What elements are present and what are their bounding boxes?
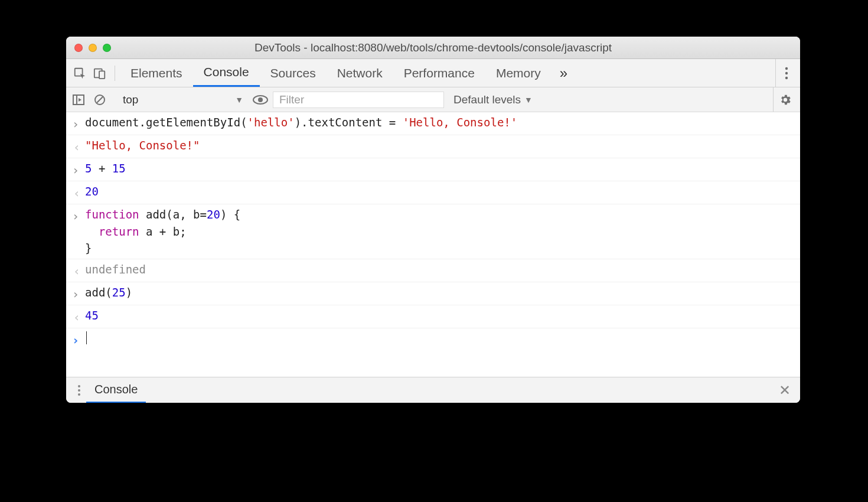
- log-levels-selector[interactable]: Default levels ▼: [448, 93, 539, 106]
- console-input[interactable]: [85, 330, 87, 349]
- devtools-window: DevTools - localhost:8080/web/tools/chro…: [66, 37, 800, 403]
- drawer: Console ✕: [66, 377, 800, 403]
- traffic-lights: [74, 44, 111, 52]
- output-marker-icon: [72, 307, 85, 326]
- close-window-button[interactable]: [74, 44, 83, 52]
- svg-point-3: [785, 67, 787, 69]
- show-console-sidebar-icon[interactable]: [70, 91, 87, 109]
- svg-point-12: [258, 97, 263, 102]
- console-line-content: undefined: [85, 261, 146, 280]
- filter-input[interactable]: Filter: [273, 92, 444, 108]
- devtools-menu-button[interactable]: [775, 59, 797, 87]
- svg-marker-8: [79, 98, 81, 102]
- input-marker-icon: [72, 160, 85, 179]
- live-expression-icon[interactable]: [252, 91, 269, 109]
- window-title: DevTools - localhost:8080/web/tools/chro…: [66, 41, 800, 54]
- console-toolbar: top ▼ Filter Default levels ▼: [66, 87, 800, 112]
- svg-line-10: [97, 97, 103, 103]
- text-cursor: [86, 331, 87, 344]
- console-output-row: 45: [66, 305, 800, 328]
- tab-performance[interactable]: Performance: [393, 59, 485, 87]
- console-line-content: function add(a, b=20) { return a + b; }: [85, 206, 240, 257]
- inspect-element-icon[interactable]: [70, 63, 90, 83]
- minimize-window-button[interactable]: [89, 44, 97, 52]
- console-line-content: add(25): [85, 284, 132, 303]
- drawer-tab-console[interactable]: Console: [86, 378, 146, 403]
- tab-label: Performance: [404, 66, 475, 80]
- tab-label: Sources: [270, 66, 316, 80]
- drawer-menu-button[interactable]: [72, 384, 86, 396]
- console-output-row: 20: [66, 181, 800, 204]
- console-settings-button[interactable]: [773, 87, 797, 112]
- tab-label: Network: [337, 66, 383, 80]
- console-input-row: add(25): [66, 282, 800, 305]
- tab-memory[interactable]: Memory: [485, 59, 552, 87]
- prompt-marker-icon: [72, 330, 85, 349]
- svg-point-14: [78, 389, 80, 392]
- tab-label: Console: [204, 65, 249, 79]
- close-icon: ✕: [779, 382, 791, 398]
- device-toolbar-icon[interactable]: [90, 63, 110, 83]
- output-marker-icon: [72, 261, 85, 280]
- console-input-row: document.getElementById('hello').textCon…: [66, 112, 800, 135]
- devtools-tabs: ElementsConsoleSourcesNetworkPerformance…: [66, 59, 800, 87]
- clear-console-icon[interactable]: [91, 91, 109, 109]
- log-levels-label: Default levels: [453, 93, 521, 106]
- chevron-double-right-icon: »: [560, 65, 567, 82]
- close-drawer-button[interactable]: ✕: [775, 382, 794, 399]
- output-marker-icon: [72, 183, 85, 202]
- svg-point-5: [785, 76, 787, 79]
- console-output[interactable]: document.getElementById('hello').textCon…: [66, 112, 800, 377]
- console-line-content: document.getElementById('hello').textCon…: [85, 114, 517, 133]
- input-marker-icon: [72, 206, 85, 257]
- console-line-content: "Hello, Console!": [85, 137, 200, 156]
- drawer-tab-label: Console: [94, 383, 138, 396]
- execution-context-selector[interactable]: top ▼: [118, 92, 248, 108]
- svg-rect-2: [99, 71, 105, 79]
- console-input-row: function add(a, b=20) { return a + b; }: [66, 204, 800, 259]
- console-input-row: 5 + 15: [66, 158, 800, 181]
- tab-elements[interactable]: Elements: [120, 59, 193, 87]
- console-line-content: 20: [85, 183, 99, 202]
- svg-point-15: [78, 393, 80, 396]
- svg-point-13: [78, 385, 80, 387]
- console-line-content: 45: [85, 307, 99, 326]
- zoom-window-button[interactable]: [103, 44, 111, 52]
- input-marker-icon: [72, 284, 85, 303]
- titlebar: DevTools - localhost:8080/web/tools/chro…: [66, 37, 800, 59]
- output-marker-icon: [72, 137, 85, 156]
- divider: [115, 66, 115, 81]
- tab-label: Elements: [130, 66, 182, 80]
- svg-point-4: [785, 71, 787, 74]
- chevron-down-icon: ▼: [235, 95, 243, 105]
- more-tabs-button[interactable]: »: [552, 65, 576, 82]
- console-output-row: "Hello, Console!": [66, 135, 800, 158]
- console-line-content: 5 + 15: [85, 160, 126, 179]
- console-prompt[interactable]: [66, 328, 800, 351]
- tab-network[interactable]: Network: [327, 59, 393, 87]
- console-output-row: undefined: [66, 259, 800, 282]
- execution-context-label: top: [123, 93, 138, 106]
- input-marker-icon: [72, 114, 85, 133]
- tab-sources[interactable]: Sources: [260, 59, 327, 87]
- chevron-down-icon: ▼: [524, 95, 533, 105]
- tab-label: Memory: [496, 66, 541, 80]
- filter-placeholder: Filter: [279, 93, 304, 106]
- tab-console[interactable]: Console: [193, 59, 260, 87]
